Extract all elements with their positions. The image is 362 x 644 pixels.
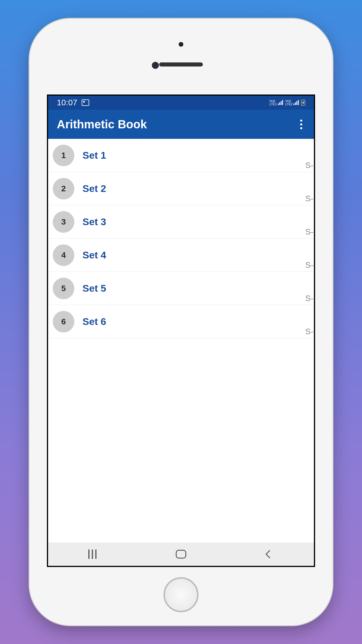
- app-bar: Arithmetic Book: [48, 110, 314, 139]
- item-code: S-3: [305, 227, 314, 237]
- item-title: Set 6: [82, 316, 106, 327]
- item-number-badge: 2: [53, 178, 74, 200]
- item-code: S-5: [305, 294, 314, 303]
- status-time: 10:07: [57, 98, 77, 107]
- list-item[interactable]: 1 Set 1 S-1: [48, 139, 314, 172]
- item-title: Set 5: [82, 283, 106, 294]
- item-number-badge: 5: [53, 278, 74, 299]
- phone-bottom-bezel: [29, 567, 333, 625]
- sim1-label: Vo)) LTE1: [269, 99, 277, 106]
- page-title: Arithmetic Book: [57, 118, 147, 131]
- list-item[interactable]: 4 Set 4 S-4: [48, 239, 314, 272]
- recents-icon: [88, 550, 96, 559]
- item-title: Set 4: [82, 249, 106, 261]
- physical-home-button[interactable]: [164, 577, 198, 612]
- status-right: Vo)) LTE1 Vo)) LTE2: [269, 99, 305, 106]
- sim2-signal: Vo)) LTE2: [285, 99, 299, 106]
- list-item[interactable]: 5 Set 5 S-5: [48, 272, 314, 305]
- item-code: S-1: [305, 161, 314, 170]
- list-item[interactable]: 2 Set 2 S-2: [48, 172, 314, 205]
- back-icon: [266, 550, 274, 558]
- item-number-badge: 6: [53, 311, 74, 332]
- battery-charging-icon: [301, 100, 305, 106]
- phone-screen: 10:07 Vo)) LTE1 Vo)) LTE2 Arithmetic Boo…: [47, 94, 315, 567]
- sim2-label: Vo)) LTE2: [285, 99, 293, 106]
- sensor-dot: [179, 42, 183, 47]
- screenshot-icon: [82, 99, 89, 106]
- item-number-badge: 4: [53, 244, 74, 266]
- item-title: Set 1: [82, 150, 106, 161]
- home-icon: [176, 550, 186, 559]
- status-left: 10:07: [57, 98, 89, 107]
- list-item[interactable]: 6 Set 6 S-6: [48, 305, 314, 338]
- status-bar: 10:07 Vo)) LTE1 Vo)) LTE2: [48, 96, 314, 110]
- signal-bars-icon: [294, 100, 299, 105]
- earpiece-speaker: [159, 62, 203, 66]
- item-title: Set 3: [82, 216, 106, 228]
- item-number-badge: 3: [53, 211, 74, 233]
- back-button[interactable]: [240, 545, 299, 563]
- front-camera: [152, 62, 159, 69]
- signal-bars-icon: [278, 100, 283, 105]
- home-button[interactable]: [152, 545, 210, 563]
- item-code: S-2: [305, 194, 314, 203]
- content-list[interactable]: 1 Set 1 S-1 2 Set 2 S-2 3 Set 3 S-3 4 Se…: [48, 139, 314, 542]
- item-code: S-4: [305, 260, 314, 270]
- system-nav-bar: [48, 542, 314, 566]
- item-code: S-6: [305, 327, 314, 336]
- item-number-badge: 1: [53, 145, 74, 166]
- recents-button[interactable]: [63, 545, 122, 563]
- phone-frame: 10:07 Vo)) LTE1 Vo)) LTE2 Arithmetic Boo…: [29, 19, 333, 625]
- list-item[interactable]: 3 Set 3 S-3: [48, 205, 314, 239]
- item-title: Set 2: [82, 183, 106, 194]
- more-menu-button[interactable]: [297, 117, 305, 132]
- sim1-signal: Vo)) LTE1: [269, 99, 283, 106]
- more-vert-icon: [300, 120, 302, 122]
- phone-top-bezel: [29, 19, 333, 94]
